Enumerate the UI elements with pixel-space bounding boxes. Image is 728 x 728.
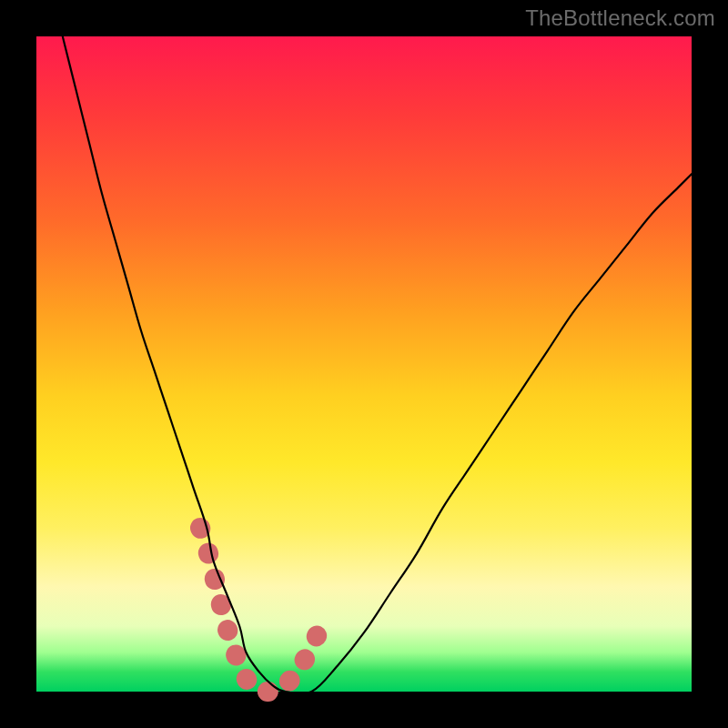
bottleneck-curve-path	[63, 36, 692, 694]
curve-layer	[36, 36, 692, 692]
plot-area	[36, 36, 692, 692]
chart-frame: TheBottleneck.com	[0, 0, 728, 728]
watermark-text: TheBottleneck.com	[525, 5, 715, 31]
highlight-band-path	[200, 528, 325, 693]
